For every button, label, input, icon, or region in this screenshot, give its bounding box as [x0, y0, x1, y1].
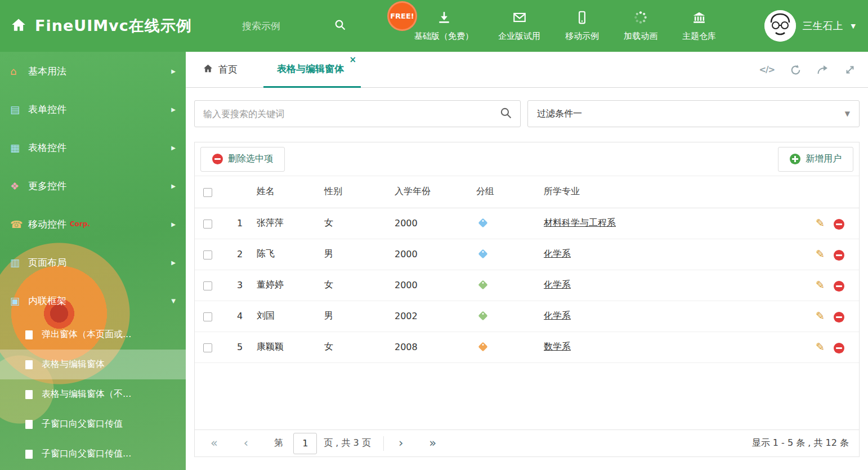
tab-home[interactable]: 首页 [203, 63, 238, 76]
user-menu[interactable]: 三生石上 ▼ [764, 0, 856, 52]
edit-pencil-icon[interactable]: ✎ [816, 310, 825, 322]
sidebar-item[interactable]: ▣内联框架▼ [0, 281, 186, 320]
prev-page-icon[interactable]: ‹ [244, 437, 248, 449]
header-search-input[interactable] [242, 20, 326, 32]
header-search[interactable] [242, 0, 346, 52]
cell-index: 3 [223, 270, 257, 301]
sidebar-subitem[interactable]: 表格与编辑窗体（不... [0, 379, 186, 409]
major-link[interactable]: 化学系 [544, 248, 571, 259]
delete-row-icon[interactable] [834, 250, 844, 261]
tag-icon [478, 218, 488, 228]
nav-theme-store[interactable]: 主题仓库 [670, 10, 728, 42]
page-suffix: 页 , 共 3 页 [324, 437, 371, 449]
cell-gender: 女 [324, 270, 395, 301]
grid-toolbar: 删除选中项 新增用户 [195, 142, 859, 176]
edit-pencil-icon[interactable]: ✎ [816, 279, 825, 291]
delete-selected-button[interactable]: 删除选中项 [200, 147, 285, 172]
tag-icon [478, 249, 488, 259]
header-year: 入学年份 [395, 176, 476, 208]
grid-panel: 删除选中项 新增用户 姓名 性别 入学年份 分组 所学专业 [194, 142, 860, 457]
tab-grid-edit-window[interactable]: 表格与编辑窗体 × [263, 52, 361, 88]
table-row: 1张萍萍女2000材料科学与工程系✎ [195, 208, 859, 239]
search-icon[interactable] [334, 19, 346, 33]
sidebar-item[interactable]: ▤表单控件▶ [0, 90, 186, 128]
delete-row-icon[interactable] [834, 312, 844, 323]
keyword-search-input[interactable] [203, 109, 500, 119]
cell-checkbox [195, 301, 223, 332]
page-number-input[interactable] [293, 433, 317, 454]
filter-dropdown[interactable]: 过滤条件一 ▼ [527, 100, 860, 127]
major-link[interactable]: 材料科学与工程系 [544, 217, 616, 228]
sidebar-subitem[interactable]: 表格与编辑窗体 [0, 350, 186, 379]
delete-row-icon[interactable] [834, 343, 844, 353]
major-link[interactable]: 数学系 [544, 341, 571, 352]
sidebar-menu: ⌂基本用法▶▤表单控件▶▦表格控件▶❖更多控件▶☎移动控件Corp.▶▥页面布局… [0, 52, 186, 469]
cell-index: 1 [223, 208, 257, 239]
cell-actions: ✎ [796, 332, 859, 362]
row-checkbox[interactable] [203, 312, 212, 321]
first-page-icon[interactable]: « [211, 437, 218, 449]
spinner-icon [633, 10, 648, 27]
sidebar-item[interactable]: ☎移动控件Corp.▶ [0, 205, 186, 243]
cell-checkbox [195, 208, 223, 239]
mobile-icon [575, 10, 589, 27]
next-page-icon[interactable]: › [399, 437, 403, 449]
close-icon[interactable]: × [349, 55, 356, 65]
major-link[interactable]: 化学系 [544, 310, 571, 321]
add-user-button[interactable]: 新增用户 [778, 147, 853, 172]
filter-dropdown-value: 过滤条件一 [537, 108, 582, 120]
cell-year: 2000 [395, 239, 476, 270]
edit-pencil-icon[interactable]: ✎ [816, 248, 825, 260]
row-checkbox[interactable] [203, 343, 212, 352]
delete-row-icon[interactable] [834, 219, 844, 230]
refresh-icon[interactable] [790, 64, 802, 76]
source-code-icon[interactable]: </> [759, 65, 775, 75]
tab-bar: 首页 表格与编辑窗体 × </> [186, 52, 868, 88]
table-row: 3董婷婷女2000化学系✎ [195, 270, 859, 301]
last-page-icon[interactable]: » [429, 437, 436, 449]
file-icon [25, 360, 33, 369]
sidebar-subitem-label: 表格与编辑窗体（不... [42, 388, 131, 400]
cell-major: 化学系 [544, 239, 796, 270]
user-name: 三生石上 [803, 19, 843, 33]
keyword-search-box[interactable] [194, 100, 521, 127]
select-all-checkbox[interactable] [203, 188, 212, 197]
major-link[interactable]: 化学系 [544, 279, 571, 290]
expand-icon[interactable] [844, 64, 856, 75]
table-row: 2陈飞男2000化学系✎ [195, 239, 859, 270]
app-title: FineUIMvc在线示例 [35, 16, 192, 36]
edit-pencil-icon[interactable]: ✎ [816, 341, 825, 353]
brand[interactable]: FineUIMvc在线示例 [10, 0, 192, 52]
add-user-label: 新增用户 [806, 153, 842, 165]
share-forward-icon[interactable] [817, 64, 829, 75]
sidebar-subitem[interactable]: 子窗口向父窗口传值 [0, 409, 186, 439]
header-name: 姓名 [257, 176, 324, 208]
row-checkbox[interactable] [203, 250, 212, 259]
sidebar-item-label: 基本用法 [28, 65, 66, 78]
edit-pencil-icon[interactable]: ✎ [816, 217, 825, 229]
sidebar-subitem[interactable]: 子窗口向父窗口传值... [0, 439, 186, 469]
header-index [223, 176, 257, 208]
cell-checkbox [195, 270, 223, 301]
row-checkbox[interactable] [203, 281, 212, 290]
nav-loading-animation[interactable]: 加载动画 [611, 10, 670, 42]
cell-major: 化学系 [544, 270, 796, 301]
cell-actions: ✎ [796, 208, 859, 239]
sidebar-subitem[interactable]: 弹出窗体（本页面或... [0, 320, 186, 350]
delete-row-icon[interactable] [834, 281, 844, 292]
nav-mobile-demo[interactable]: 移动示例 [553, 10, 611, 42]
sidebar-item-label: 移动控件 [28, 218, 66, 231]
sidebar-item[interactable]: ⌂基本用法▶ [0, 52, 186, 90]
sidebar-item[interactable]: ❖更多控件▶ [0, 167, 186, 205]
search-icon[interactable] [500, 107, 512, 121]
sidebar-item[interactable]: ▥页面布局▶ [0, 243, 186, 281]
sidebar-item[interactable]: ▦表格控件▶ [0, 128, 186, 167]
table-row: 5康颖颖女2008数学系✎ [195, 332, 859, 362]
nav-label: 企业版试用 [498, 31, 540, 42]
nav-enterprise-trial[interactable]: 企业版试用 [486, 10, 553, 42]
cell-actions: ✎ [796, 239, 859, 270]
frame-icon: ▣ [10, 295, 25, 307]
row-checkbox[interactable] [203, 220, 212, 229]
tab-home-label: 首页 [218, 63, 238, 76]
minus-circle-icon [212, 154, 223, 164]
